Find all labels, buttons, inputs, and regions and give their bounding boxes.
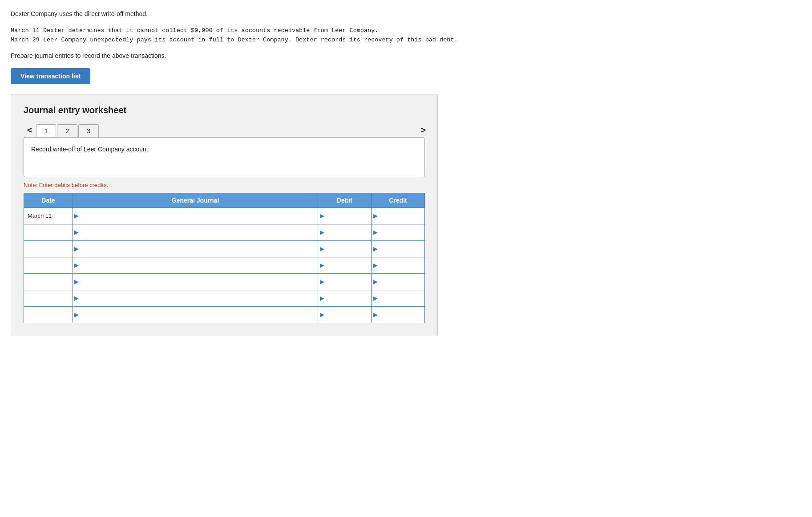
gj-input-4[interactable] (81, 274, 316, 290)
date-cell-0: March 11 (24, 208, 73, 224)
gj-cell-6[interactable]: ▶ (73, 306, 318, 323)
table-row: ▶▶▶ (24, 306, 425, 323)
debit-arrow-5: ▶ (318, 295, 326, 301)
table-row: ▶▶▶ (24, 273, 425, 290)
credit-cell-4[interactable]: ▶ (372, 273, 425, 290)
intro-line3: March 29 Leer Company unexpectedly pays … (11, 35, 801, 45)
credit-arrow-5: ▶ (372, 295, 380, 301)
gj-input-6[interactable] (81, 307, 316, 323)
credit-cell-3[interactable]: ▶ (372, 257, 425, 273)
gj-arrow-2: ▶ (73, 245, 81, 252)
gj-arrow-6: ▶ (73, 311, 81, 318)
credit-arrow-4: ▶ (372, 278, 380, 285)
gj-cell-5[interactable]: ▶ (73, 290, 318, 306)
tab-2[interactable]: 2 (57, 124, 77, 137)
journal-table: Date General Journal Debit Credit March … (24, 193, 425, 323)
date-cell-2 (24, 240, 73, 257)
credit-input-2[interactable] (380, 241, 424, 257)
debit-arrow-4: ▶ (318, 278, 326, 285)
gj-arrow-4: ▶ (73, 278, 81, 285)
gj-input-5[interactable] (81, 290, 316, 306)
date-cell-6 (24, 306, 73, 323)
tab-description: Record write-off of Leer Company account… (31, 146, 417, 153)
tabs-wrapper: < 1 2 3 > (24, 123, 425, 137)
credit-arrow-2: ▶ (372, 245, 380, 252)
table-row: ▶▶▶ (24, 224, 425, 240)
worksheet-title: Journal entry worksheet (24, 105, 425, 115)
debit-arrow-3: ▶ (318, 262, 326, 269)
gj-arrow-5: ▶ (73, 295, 81, 301)
gj-arrow-1: ▶ (73, 229, 81, 236)
gj-input-1[interactable] (81, 224, 316, 240)
debit-cell-2[interactable]: ▶ (318, 240, 372, 257)
gj-cell-3[interactable]: ▶ (73, 257, 318, 273)
debit-cell-0[interactable]: ▶ (318, 208, 372, 224)
gj-cell-1[interactable]: ▶ (73, 224, 318, 240)
credit-input-4[interactable] (380, 274, 424, 290)
credit-arrow-6: ▶ (372, 311, 380, 318)
debit-input-3[interactable] (326, 257, 370, 273)
debit-arrow-2: ▶ (318, 245, 326, 252)
intro-line1: Dexter Company uses the direct write-off… (11, 9, 801, 20)
credit-input-1[interactable] (380, 224, 424, 240)
gj-input-0[interactable] (81, 208, 316, 224)
header-date: Date (24, 193, 73, 208)
table-row: March 11▶▶▶ (24, 208, 425, 224)
debit-arrow-6: ▶ (318, 311, 326, 318)
credit-arrow-0: ▶ (372, 212, 380, 219)
debit-input-6[interactable] (326, 307, 370, 323)
credit-cell-1[interactable]: ▶ (372, 224, 425, 240)
debit-input-2[interactable] (326, 241, 370, 257)
credit-arrow-3: ▶ (372, 262, 380, 269)
debit-cell-1[interactable]: ▶ (318, 224, 372, 240)
credit-input-3[interactable] (380, 257, 424, 273)
debit-input-5[interactable] (326, 290, 370, 306)
credit-input-0[interactable] (380, 208, 424, 224)
header-credit: Credit (372, 193, 425, 208)
note-text: Note: Enter debits before credits. (24, 182, 425, 188)
gj-input-2[interactable] (81, 241, 316, 257)
credit-input-6[interactable] (380, 307, 424, 323)
table-row: ▶▶▶ (24, 240, 425, 257)
gj-cell-2[interactable]: ▶ (73, 240, 318, 257)
debit-arrow-1: ▶ (318, 229, 326, 236)
date-cell-5 (24, 290, 73, 306)
view-transaction-list-button[interactable]: View transaction list (11, 68, 90, 84)
debit-cell-5[interactable]: ▶ (318, 290, 372, 306)
credit-cell-2[interactable]: ▶ (372, 240, 425, 257)
credit-cell-5[interactable]: ▶ (372, 290, 425, 306)
gj-arrow-3: ▶ (73, 262, 81, 269)
date-cell-1 (24, 224, 73, 240)
gj-arrow-0: ▶ (73, 212, 81, 219)
credit-input-5[interactable] (380, 290, 424, 306)
date-cell-3 (24, 257, 73, 273)
next-arrow[interactable]: > (417, 123, 429, 137)
date-cell-4 (24, 273, 73, 290)
tab-3[interactable]: 3 (78, 124, 99, 137)
tab-content-area: Record write-off of Leer Company account… (24, 137, 425, 177)
header-debit: Debit (318, 193, 372, 208)
gj-cell-0[interactable]: ▶ (73, 208, 318, 224)
header-general-journal: General Journal (73, 193, 318, 208)
prev-arrow[interactable]: < (24, 123, 36, 137)
credit-arrow-1: ▶ (372, 229, 380, 236)
tab-1[interactable]: 1 (36, 124, 57, 137)
credit-cell-6[interactable]: ▶ (372, 306, 425, 323)
debit-cell-4[interactable]: ▶ (318, 273, 372, 290)
credit-cell-0[interactable]: ▶ (372, 208, 425, 224)
debit-arrow-0: ▶ (318, 212, 326, 219)
prepare-text: Prepare journal entries to record the ab… (11, 52, 801, 59)
debit-input-0[interactable] (326, 208, 370, 224)
worksheet-container: Journal entry worksheet < 1 2 3 > Record… (11, 94, 438, 336)
debit-input-4[interactable] (326, 274, 370, 290)
intro-line2: March 11 Dexter determines that it canno… (11, 26, 801, 36)
table-row: ▶▶▶ (24, 290, 425, 306)
gj-cell-4[interactable]: ▶ (73, 273, 318, 290)
gj-input-3[interactable] (81, 257, 316, 273)
table-row: ▶▶▶ (24, 257, 425, 273)
debit-input-1[interactable] (326, 224, 370, 240)
debit-cell-6[interactable]: ▶ (318, 306, 372, 323)
debit-cell-3[interactable]: ▶ (318, 257, 372, 273)
